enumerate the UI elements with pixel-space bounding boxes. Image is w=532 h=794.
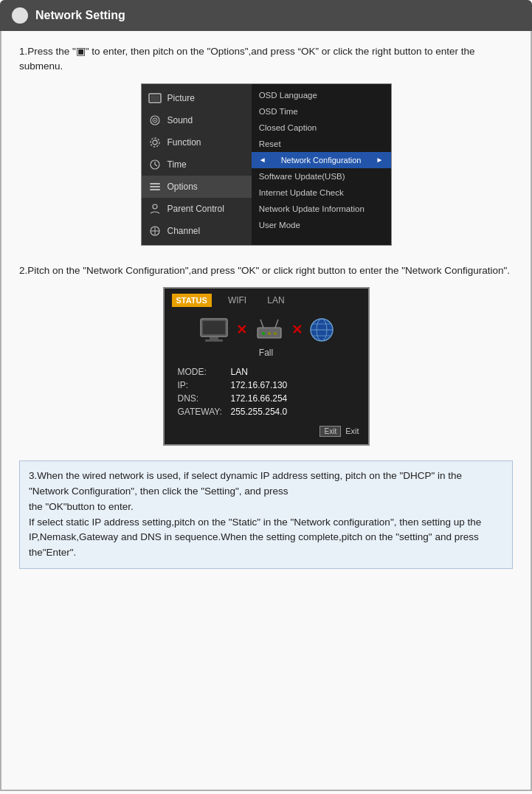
menu-item-options[interactable]: Options [142,176,252,198]
menu-item-function[interactable]: Function [142,131,252,153]
menu-item-channel[interactable]: Channel [142,220,252,242]
menu-box: Picture Sound [141,83,392,246]
svg-rect-12 [150,189,160,190]
menu-right-network-config[interactable]: Network Configuration [252,152,391,168]
svg-point-26 [274,332,277,335]
menu-right-user-mode[interactable]: User Mode [252,217,391,233]
x-mark-1: ✕ [236,322,247,338]
ip-label: IP: [178,380,231,390]
menu-item-parent-control[interactable]: Parent Control [142,198,252,220]
menu-right-closed-caption[interactable]: Closed Caption [252,120,391,136]
svg-line-23 [275,320,278,328]
svg-line-22 [260,320,263,328]
svg-point-5 [153,140,157,145]
step3-box: 3.When the wired network is used, if sel… [19,460,513,570]
tab-status[interactable]: STATUS [172,294,212,307]
svg-line-9 [155,165,157,166]
menu-right-software-update[interactable]: Software Update(USB) [252,168,391,184]
main-content: 1.Press the "▣" to enter, then pitch on … [0,31,532,791]
menu-right-network-update-info[interactable]: Network Update Information [252,201,391,217]
svg-rect-18 [203,321,225,334]
time-icon [148,157,162,172]
status-tabs-bar: STATUS WIFI LAN [165,289,368,308]
svg-rect-20 [205,339,223,342]
status-box: STATUS WIFI LAN ✕ [163,287,370,446]
dns-value: 172.16.66.254 [231,393,288,404]
menu-item-channel-label: Channel [167,226,201,236]
svg-point-13 [153,204,157,209]
svg-point-24 [262,332,265,335]
globe-icon [308,317,335,343]
parent-icon [148,201,162,216]
status-row-mode: MODE: LAN [178,367,355,377]
tab-wifi[interactable]: WIFI [224,293,251,308]
menu-item-sound-label: Sound [167,115,193,125]
mode-value: LAN [231,367,248,377]
picture-icon [148,91,162,106]
gateway-label: GATEWAY: [178,407,231,417]
gateway-value: 255.255.254.0 [231,407,288,417]
page-footer: -30- [0,791,532,794]
svg-point-25 [268,332,271,335]
tv-icon [198,317,230,342]
status-info: MODE: LAN IP: 172.16.67.130 DNS: 172.16.… [165,364,368,423]
menu-screenshot: Picture Sound [19,83,513,246]
svg-rect-10 [150,183,160,184]
mode-label: MODE: [178,367,231,377]
step3-line3: If select static IP address setting,pitc… [29,517,481,559]
svg-rect-11 [150,186,160,187]
menu-left-panel: Picture Sound [142,84,252,245]
menu-item-parent-label: Parent Control [167,204,224,214]
tab-lan[interactable]: LAN [263,293,289,308]
menu-item-function-label: Function [167,137,201,148]
svg-rect-1 [151,95,159,101]
options-icon [148,179,162,194]
menu-right-panel: OSD Language OSD Time Closed Caption Res… [252,84,391,245]
exit-button[interactable]: Exit [319,426,341,437]
status-row-gateway: GATEWAY: 255.255.254.0 [178,407,355,417]
router-icon [253,317,286,342]
ip-value: 172.16.67.130 [231,380,288,390]
step3-line1: 3.When the wired network is used, if sel… [29,470,462,497]
exit-text: Exit [345,427,359,435]
header-circle-icon [12,7,28,24]
menu-right-reset[interactable]: Reset [252,136,391,152]
menu-right-osd-language[interactable]: OSD Language [252,87,391,103]
fall-label: Fall [165,348,368,358]
menu-item-sound[interactable]: Sound [142,109,252,131]
gear-icon [148,135,162,150]
page-header: Network Setting [0,0,532,31]
step1-text: 1.Press the "▣" to enter, then pitch on … [19,44,513,75]
menu-right-osd-time[interactable]: OSD Time [252,103,391,120]
status-screenshot: STATUS WIFI LAN ✕ [19,287,513,446]
svg-point-4 [154,120,156,121]
menu-right-internet-update[interactable]: Internet Update Check [252,184,391,201]
menu-item-picture-label: Picture [167,93,195,103]
svg-point-6 [151,138,159,147]
status-row-ip: IP: 172.16.67.130 [178,380,355,390]
channel-icon [148,224,162,238]
menu-item-time-label: Time [167,159,187,170]
x-mark-2: ✕ [291,322,303,338]
status-footer: Exit Exit [165,423,368,437]
page-title: Network Setting [35,9,125,22]
status-visual: ✕ ✕ [165,308,368,346]
status-row-dns: DNS: 172.16.66.254 [178,393,355,404]
menu-item-picture[interactable]: Picture [142,87,252,109]
step2-text: 2.Pitch on the "Network Configuration",a… [19,263,513,278]
menu-item-time[interactable]: Time [142,153,252,176]
dns-label: DNS: [178,393,231,404]
sound-icon [148,113,162,128]
menu-item-options-label: Options [167,182,198,192]
step3-line2: the "OK"button to enter. [29,501,134,512]
